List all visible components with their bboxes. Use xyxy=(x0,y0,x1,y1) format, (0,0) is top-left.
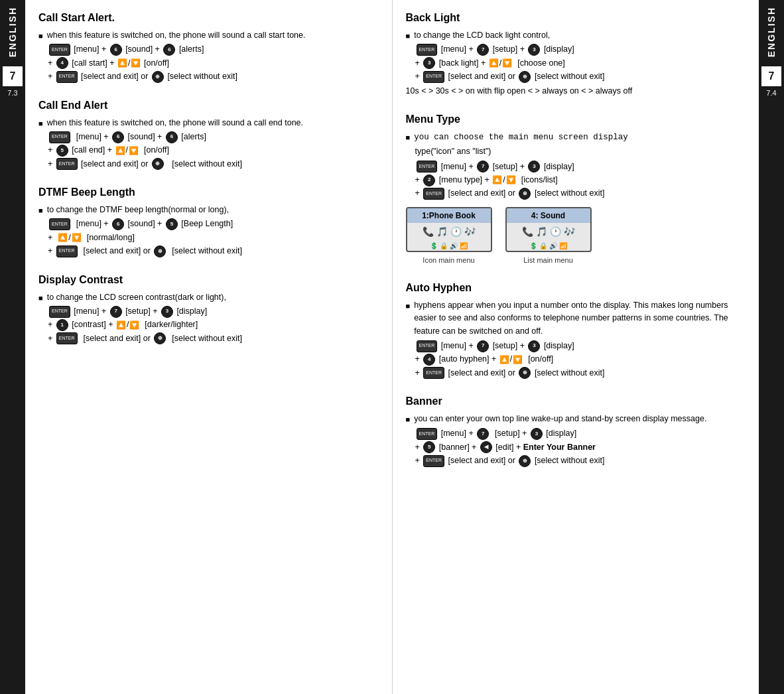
display-icon3: 3 xyxy=(528,161,540,173)
exit-icon4: ⊕ xyxy=(154,332,166,344)
sidebar-right: ENGLISH 7 7.4 xyxy=(759,0,784,694)
section-auto-hyphen: Auto Hyphen ■ hyphens appear when you in… xyxy=(406,282,748,380)
call-start-alert-title: Call Start Alert. xyxy=(38,12,380,24)
display-icon: 3 xyxy=(161,306,173,318)
enter-icon8: ENTER xyxy=(56,332,78,344)
auto-hyphen-title: Auto Hyphen xyxy=(406,282,748,294)
left-column: Call Start Alert. ■ when this feature is… xyxy=(25,0,393,694)
setup-icon: 7 xyxy=(110,306,122,318)
dtmf-body: ■ to change the DTMF beep length(normal … xyxy=(38,204,380,258)
setup-icon5: 7 xyxy=(477,428,489,440)
phone-icon: 📞 xyxy=(423,225,434,240)
callend-icon: 5 xyxy=(56,145,68,157)
section-display-contrast: Display Contrast ■ to change the LCD scr… xyxy=(38,274,380,346)
menu-type-subtext: type("icon" ans "list") xyxy=(406,145,748,158)
callstart-icon: 4 xyxy=(56,57,68,69)
call-end-alert-text: when this feature is switched on, the ph… xyxy=(47,117,303,129)
bullet-sq8: ■ xyxy=(406,414,411,425)
menu-screens: 1:Phone Book 📞 🎵 🕐 🎶 💲 🔒 xyxy=(406,207,748,266)
dtmf-title: DTMF Beep Length xyxy=(38,186,380,198)
enter-icon4: ENTER xyxy=(56,158,78,170)
enter-icon9: ENTER xyxy=(417,44,438,56)
banner-line2: + 5 [banner] + ◀ [edit] + Enter Your Ban… xyxy=(406,441,748,454)
enter-icon15: ENTER xyxy=(417,428,438,440)
dtmf-line2: + 🔼 / 🔽 [normal/long] xyxy=(38,232,380,244)
section-call-end-alert: Call End Alert ■ when this feature is sw… xyxy=(38,100,380,171)
backlight-extra: 10s < > 30s < > on with flip open < > al… xyxy=(406,85,748,98)
list-menu-icons: 📞 🎵 🕐 🎶 xyxy=(510,225,587,240)
icon-menu-title: 1:Phone Book xyxy=(407,208,491,224)
backlight-line3: + ENTER [select and exit] or ⊕ [select w… xyxy=(406,70,748,83)
list-clock-icon: 🕐 xyxy=(550,225,561,240)
nav-up-icon6: 🔼 xyxy=(492,174,502,186)
autohyphen-line2: + 4 [auto hyphen] + 🔼 / 🔽 [on/off] xyxy=(406,353,748,366)
right-column: Back Light ■ to change the LCD back ligh… xyxy=(393,0,759,694)
backlight-line1: ENTER [menu] + 7 [setup] + 3 [display] xyxy=(406,43,748,56)
icon-menu-icons: 📞 🎵 🕐 🎶 xyxy=(411,225,488,240)
banner-body: ■ you can enter your own top line wake-u… xyxy=(406,413,748,468)
list-menu-label: List main menu xyxy=(523,255,573,266)
call-start-line1: ENTER [menu] + 6 [sound] + 6 [alerts] xyxy=(38,43,380,56)
left-sub-number: 7.3 xyxy=(7,89,17,97)
sound-icon2: 6 xyxy=(112,131,124,143)
menu-type-title: Menu Type xyxy=(406,113,748,125)
list-phone-icon: 📞 xyxy=(522,225,533,240)
right-page-number: 7 xyxy=(761,66,781,86)
nav-dn-icon4: 🔽 xyxy=(129,319,139,332)
back-light-title: Back Light xyxy=(406,12,748,24)
enter-icon: ENTER xyxy=(49,44,70,56)
nav-up-icon: 🔼 xyxy=(117,57,127,70)
enter-icon6: ENTER xyxy=(56,245,78,257)
bullet-sq6: ■ xyxy=(406,132,411,143)
banner-title: Banner xyxy=(406,395,748,407)
page-container: ENGLISH 7 7.3 Call Start Alert. ■ when t… xyxy=(0,0,784,694)
section-call-start-alert: Call Start Alert. ■ when this feature is… xyxy=(38,12,380,84)
left-english-label: ENGLISH xyxy=(7,7,18,57)
exit-icon8: ⊕ xyxy=(519,455,531,467)
nav-dn-icon3: 🔽 xyxy=(72,232,82,244)
note-icon: 🎶 xyxy=(464,225,476,240)
back-icon: ◀ xyxy=(480,441,492,453)
enter-icon14: ENTER xyxy=(423,367,444,379)
exit-icon6: ⊕ xyxy=(519,188,531,200)
exit-icon2: ⊕ xyxy=(152,158,164,170)
display-icon2: 3 xyxy=(528,44,540,56)
banner-line3: + ENTER [select and exit] or ⊕ [select w… xyxy=(406,454,748,467)
content-area: Call Start Alert. ■ when this feature is… xyxy=(25,0,759,694)
back-light-text: to change the LCD back light control, xyxy=(414,29,550,42)
nav-up-icon4: 🔼 xyxy=(116,319,126,332)
banner-icon: 5 xyxy=(423,441,435,453)
auto-hyphen-text: hyphens appear when you input a number o… xyxy=(414,299,747,338)
menutype-icon: 2 xyxy=(423,174,435,186)
list-menu-title: 4: Sound xyxy=(507,208,590,224)
call-end-line3: + ENTER [select and exit] or ⊕ [select w… xyxy=(38,158,380,171)
music-icon: 🎵 xyxy=(436,225,448,240)
list-menu-bottom: 💲 🔒 🔊 📶 xyxy=(510,241,587,251)
menutype-line2: + 2 [menu type] + 🔼 / 🔽 [icons/list] xyxy=(406,174,748,186)
sound-icon: 6 xyxy=(110,44,122,56)
nav-up-icon7: 🔼 xyxy=(499,354,509,366)
alerts-icon: 6 xyxy=(163,44,175,56)
enter-icon7: ENTER xyxy=(49,306,70,318)
enter-banner-label: Enter Your Banner xyxy=(523,443,596,452)
bullet-sq: ■ xyxy=(38,31,43,42)
enter-icon3: ENTER xyxy=(49,131,70,143)
nav-dn-icon7: 🔽 xyxy=(513,354,523,366)
dtmf-line1: ENTER [menu] + 6 [sound] + 5 [Beep Lengt… xyxy=(38,218,380,230)
left-page-number: 7 xyxy=(3,66,23,86)
autohyphen-icon: 4 xyxy=(423,354,435,366)
list-music-icon: 🎵 xyxy=(536,225,547,240)
icon-menu-screen: 1:Phone Book 📞 🎵 🕐 🎶 💲 🔒 xyxy=(406,207,492,252)
exit-icon: ⊕ xyxy=(152,71,164,83)
menu-type-text: you can choose the main menu screen disp… xyxy=(414,131,628,144)
enter-icon13: ENTER xyxy=(417,340,438,352)
bullet-sq7: ■ xyxy=(406,301,411,312)
section-dtmf: DTMF Beep Length ■ to change the DTMF be… xyxy=(38,186,380,258)
sidebar-left: ENGLISH 7 7.3 xyxy=(0,0,25,694)
beep-icon: 5 xyxy=(166,218,178,230)
enter-icon11: ENTER xyxy=(417,161,438,173)
call-end-line1: ENTER [menu] + 6 [sound] + 6 [alerts] xyxy=(38,131,380,143)
banner-text: you can enter your own top line wake-up … xyxy=(414,413,706,425)
auto-hyphen-body: ■ hyphens appear when you input a number… xyxy=(406,299,748,380)
bullet-sq5: ■ xyxy=(406,31,411,42)
